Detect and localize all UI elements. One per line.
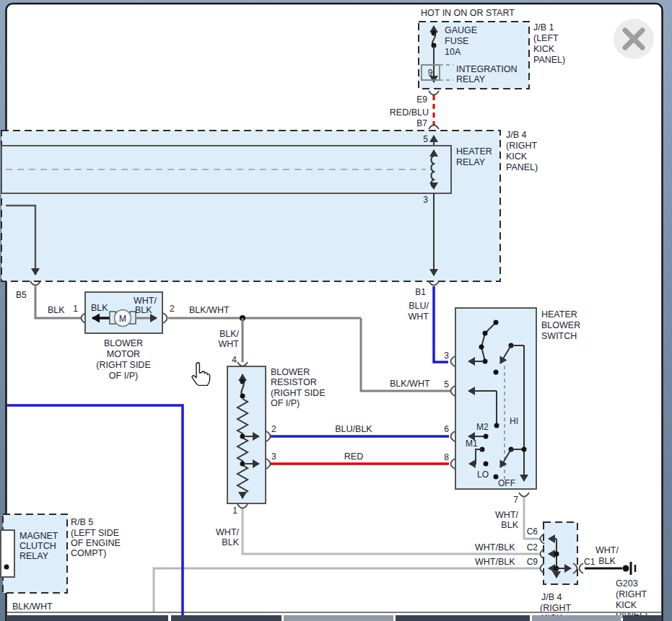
g203-label-2: (RIGHT: [616, 589, 647, 599]
cutoff-elements: [7, 615, 662, 621]
motor-whtblk-label-1: WHT/: [134, 296, 157, 306]
pin-b7-label: B7: [416, 118, 427, 128]
resistor-caption-4: OF I/P): [271, 398, 300, 408]
pin-c1-label: C1: [584, 557, 595, 567]
red-label: RED: [344, 452, 363, 462]
switch-off-label: OFF: [498, 478, 515, 488]
magnet-clutch-relay-box: [1, 530, 14, 577]
pin-c9-label: C9: [527, 557, 538, 567]
junction-block-4: 5 3 HEATER RELAY J/B 4 (RIGHT KICK PANEL…: [1, 130, 538, 300]
pin-b1-label: B1: [415, 287, 426, 297]
switch-m1-label: M1: [466, 439, 478, 449]
jb1-location-2: (LEFT: [533, 33, 559, 43]
switch-whtblk-label-1: WHT/: [495, 510, 518, 520]
blkwht-wire-label: BLK/WHT: [189, 305, 230, 315]
resistor-pin-1-label: 1: [232, 506, 237, 516]
rb5-location-3: OF ENGINE: [71, 538, 121, 548]
jb4-location-3: KICK: [506, 151, 528, 162]
resistor-pin-4-label: 4: [232, 355, 237, 365]
switch-pin-5-label: 5: [444, 379, 449, 389]
bus-blkwht-label: BLK/WHT: [12, 602, 53, 612]
switch-blkwht-label: BLK/WHT: [390, 379, 430, 389]
jb4-location-2: (RIGHT: [506, 141, 537, 151]
pin-c6-label: C6: [527, 527, 538, 537]
g203-label-3: KICK: [616, 600, 637, 610]
fuse-label-1: GAUGE: [445, 25, 477, 35]
motor-whtblk-label-2: BLK: [135, 305, 152, 315]
wiring-diagram-canvas[interactable]: HOT IN ON OR START 9 GAUGE FUSE 10A INTE…: [0, 0, 672, 621]
relay-pin-3-label: 3: [423, 195, 428, 205]
switch-whtblk-label-2: BLK: [501, 520, 518, 530]
g203-label-1: G203: [616, 578, 638, 589]
switch-title-3: SWITCH: [541, 331, 577, 341]
resistor-pin-3-label: 3: [271, 452, 276, 462]
resistor-blkwht-label-2: WHT: [219, 339, 240, 349]
motor-pin-1-label: 1: [73, 304, 78, 314]
motor-pin-2-label: 2: [170, 304, 175, 314]
resistor-whtblk-label-2: BLK: [222, 537, 239, 547]
close-button[interactable]: [614, 19, 654, 59]
pin-e9-label: E9: [416, 94, 427, 105]
c1-wire-label-1: WHT/: [595, 545, 619, 555]
blower-motor-caption-2: MOTOR: [107, 349, 140, 359]
motor-blk-label: BLK: [91, 303, 108, 313]
blower-resistor-box: [227, 366, 266, 503]
resistor-blkwht-label-1: BLK/: [219, 329, 240, 339]
fuse-label-3: 10A: [445, 47, 461, 57]
heater-relay-label-1: HEATER: [456, 146, 492, 157]
c9-wire-label: WHT/BLK: [475, 557, 515, 567]
magnet-relay-label-3: RELAY: [19, 551, 49, 561]
switch-hi-label: HI: [510, 416, 518, 426]
integration-relay-label-2: RELAY: [456, 74, 486, 84]
hot-in-on-label: HOT IN ON OR START: [421, 8, 515, 18]
switch-m2-label: M2: [476, 422, 489, 432]
rb5-location-1: R/B 5: [71, 517, 93, 527]
blu-wht-label-1: BLU/: [409, 301, 429, 311]
blower-motor-caption-3: (RIGHT SIDE: [96, 360, 150, 370]
fuse-label-2: FUSE: [445, 36, 468, 46]
resistor-caption-1: BLOWER: [271, 367, 310, 377]
switch-pin-3-label: 3: [444, 351, 449, 361]
rb5-location-2: (LEFT SIDE: [71, 528, 119, 538]
jb1-location-4: PANEL): [533, 55, 565, 65]
relay-pin-5-label: 5: [423, 134, 428, 144]
switch-title-1: HEATER: [541, 309, 577, 320]
blk-wire-label: BLK: [48, 305, 65, 315]
pin-c2-label: C2: [527, 542, 538, 552]
pin-b5-label: B5: [16, 290, 27, 300]
switch-pin-8-label: 8: [444, 452, 449, 462]
blu-wht-label-2: WHT: [409, 312, 429, 322]
magnet-relay-label-2: CLUTCH: [19, 541, 56, 551]
blu-blk-label: BLU/BLK: [335, 424, 372, 434]
jb1-location-1: J/B 1: [533, 22, 554, 32]
resistor-caption-3: (RIGHT SIDE: [271, 388, 325, 398]
c2-wire-label: WHT/BLK: [475, 542, 515, 552]
diagram-viewer-window: HOT IN ON OR START 9 GAUGE FUSE 10A INTE…: [0, 0, 672, 621]
magnet-relay-label-1: MAGNET: [19, 531, 58, 541]
integration-relay-label-1: INTEGRATION: [456, 64, 518, 74]
resistor-whtblk-label-1: WHT/: [216, 527, 239, 537]
red-blu-wire-label: RED/BLU: [390, 107, 429, 118]
blower-motor-caption-4: OF I/P): [109, 371, 138, 381]
heater-relay-label-2: RELAY: [456, 157, 486, 167]
resistor-caption-2: RESISTOR: [271, 377, 317, 387]
jb1-location-3: KICK: [533, 44, 555, 54]
pin-9-label: 9: [428, 68, 433, 78]
blower-motor-caption-1: BLOWER: [104, 338, 143, 348]
switch-lo-label: LO: [477, 470, 489, 480]
switch-pin-7-label: 7: [513, 495, 518, 505]
jb4-connector-location-1: J/B 4: [541, 592, 562, 602]
c1-wire-label-2: BLK: [598, 556, 616, 566]
jb4-location-1: J/B 4: [506, 130, 527, 140]
motor-m-label: M: [119, 314, 126, 324]
resistor-pin-2-label: 2: [271, 424, 276, 434]
rb5-location-4: COMPT): [71, 548, 106, 558]
switch-title-2: BLOWER: [541, 320, 580, 330]
switch-pin-6-label: 6: [444, 424, 449, 434]
jb4-location-4: PANEL): [506, 162, 538, 172]
